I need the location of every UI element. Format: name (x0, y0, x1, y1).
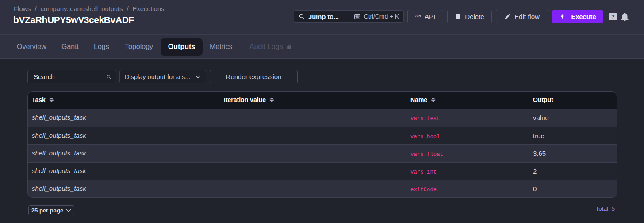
svg-text:?: ? (611, 14, 614, 20)
